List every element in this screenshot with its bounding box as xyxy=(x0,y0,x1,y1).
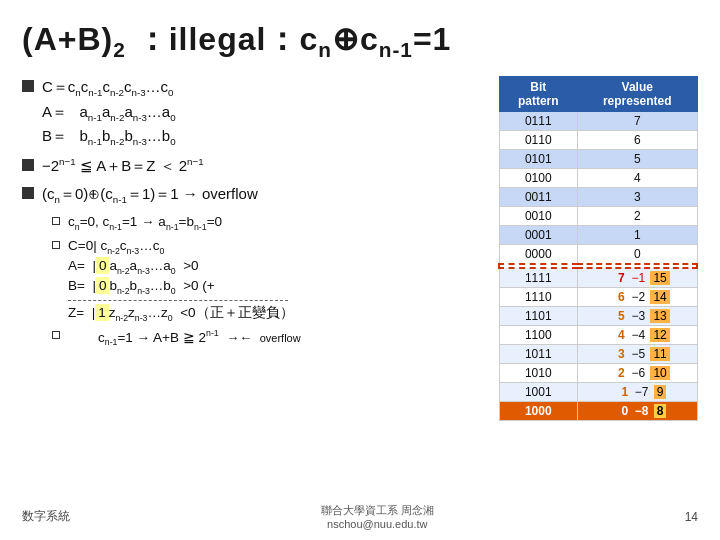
table-row: 0100 4 xyxy=(499,169,697,188)
bullet-icon-3 xyxy=(22,187,34,199)
sub-icon-2 xyxy=(52,241,60,249)
table-row: 1101 5 −3 13 xyxy=(499,307,697,326)
table-row: 0000 0 xyxy=(499,245,697,265)
table-row: 0110 6 xyxy=(499,131,697,150)
bit-cell: 1111 xyxy=(499,268,578,288)
sub-icon-3 xyxy=(52,331,60,339)
value-cell: 7 xyxy=(578,112,698,131)
sub-text-2: C=0| cn-2cn-3…c0 A= |0an-2an-3…a0 >0 B= … xyxy=(68,237,294,324)
table-row-last: 1000 0 −8 8 xyxy=(499,402,697,421)
table-row: 1011 3 −5 11 xyxy=(499,345,697,364)
bit-cell: 0001 xyxy=(499,226,578,245)
value-cell: 3 −5 11 xyxy=(578,345,698,364)
value-cell: 6 −2 14 xyxy=(578,288,698,307)
slide-title: (A+B)2 ：illegal：cn⊕cn-1=1 xyxy=(22,18,698,62)
footer: 数字系統 聯合大學資工系 周念湘 nschou@nuu.edu.tw 14 xyxy=(22,503,698,530)
value-cell: 7 −1 15 xyxy=(578,268,698,288)
table-row: 1110 6 −2 14 xyxy=(499,288,697,307)
value-cell: 1 xyxy=(578,226,698,245)
value-cell: 2 −6 10 xyxy=(578,364,698,383)
sub-item-2: C=0| cn-2cn-3…c0 A= |0an-2an-3…a0 >0 B= … xyxy=(52,237,486,324)
table-row: 0001 1 xyxy=(499,226,697,245)
sub-text-1: cn=0, cn-1=1 → an-1=bn-1=0 xyxy=(68,213,222,233)
bit-cell: 0101 xyxy=(499,150,578,169)
bit-cell: 0110 xyxy=(499,131,578,150)
sub-item-3: cn-1=1 → A+B ≧ 2n-1 →← overflow xyxy=(52,327,486,348)
bit-cell: 0100 xyxy=(499,169,578,188)
sub-item-1: cn=0, cn-1=1 → an-1=bn-1=0 xyxy=(52,213,486,233)
value-cell: 1 −7 9 xyxy=(578,383,698,402)
value-cell: 0 −8 8 xyxy=(578,402,698,421)
table-row: 0111 7 xyxy=(499,112,697,131)
bullet-icon-1 xyxy=(22,80,34,92)
bullet-text-1: C＝cncn-1cn-2cn-3…c0 A＝ an-1an-2an-3…a0 B… xyxy=(42,76,176,148)
bit-cell: 1010 xyxy=(499,364,578,383)
bit-cell: 1000 xyxy=(499,402,578,421)
bit-cell: 1001 xyxy=(499,383,578,402)
value-cell: 6 xyxy=(578,131,698,150)
bullet-icon-2 xyxy=(22,159,34,171)
value-cell: 5 −3 13 xyxy=(578,307,698,326)
slide: (A+B)2 ：illegal：cn⊕cn-1=1 C＝cncn-1cn-2cn… xyxy=(0,0,720,540)
table-row: 1111 7 −1 15 xyxy=(499,268,697,288)
bit-table-container: Bitpattern Valuerepresented 0111 7 0110 … xyxy=(498,76,698,421)
bit-cell: 0111 xyxy=(499,112,578,131)
table-header-bits: Bitpattern xyxy=(499,77,578,112)
value-cell: 0 xyxy=(578,245,698,265)
table-row: 0011 3 xyxy=(499,188,697,207)
footer-center: 聯合大學資工系 周念湘 nschou@nuu.edu.tw xyxy=(321,503,434,530)
table-row: 1100 4 −4 12 xyxy=(499,326,697,345)
bit-cell: 1100 xyxy=(499,326,578,345)
table-row: 0010 2 xyxy=(499,207,697,226)
bullet-3: (cn＝0)⊕(cn-1＝1)＝1 → overflow xyxy=(22,183,486,207)
bullet-text-2: −2n−1 ≦ A＋B＝Z ＜ 2n−1 xyxy=(42,155,204,177)
sub-icon-1 xyxy=(52,217,60,225)
content-area: C＝cncn-1cn-2cn-3…c0 A＝ an-1an-2an-3…a0 B… xyxy=(22,76,698,421)
bit-cell: 1110 xyxy=(499,288,578,307)
footer-center-line1: 聯合大學資工系 周念湘 xyxy=(321,504,434,516)
bit-cell: 0000 xyxy=(499,245,578,265)
table-row: 1001 1 −7 9 xyxy=(499,383,697,402)
value-cell: 3 xyxy=(578,188,698,207)
sub-text-3: cn-1=1 → A+B ≧ 2n-1 →← overflow xyxy=(68,327,301,348)
value-cell: 4 −4 12 xyxy=(578,326,698,345)
footer-center-line2: nschou@nuu.edu.tw xyxy=(327,518,427,530)
table-row: 0101 5 xyxy=(499,150,697,169)
value-cell: 5 xyxy=(578,150,698,169)
bit-cell: 1011 xyxy=(499,345,578,364)
value-cell: 2 xyxy=(578,207,698,226)
footer-page-number: 14 xyxy=(685,510,698,524)
bit-cell: 1101 xyxy=(499,307,578,326)
footer-left: 数字系統 xyxy=(22,508,70,525)
sub-bullets: cn=0, cn-1=1 → an-1=bn-1=0 C=0| cn-2cn-3… xyxy=(52,213,486,349)
bullet-text-3: (cn＝0)⊕(cn-1＝1)＝1 → overflow xyxy=(42,183,258,207)
value-cell: 4 xyxy=(578,169,698,188)
bit-cell: 0011 xyxy=(499,188,578,207)
table-header-value: Valuerepresented xyxy=(578,77,698,112)
bit-pattern-table: Bitpattern Valuerepresented 0111 7 0110 … xyxy=(498,76,698,421)
bullet-2: −2n−1 ≦ A＋B＝Z ＜ 2n−1 xyxy=(22,155,486,177)
main-content: C＝cncn-1cn-2cn-3…c0 A＝ an-1an-2an-3…a0 B… xyxy=(22,76,486,421)
bit-cell: 0010 xyxy=(499,207,578,226)
bullet-1: C＝cncn-1cn-2cn-3…c0 A＝ an-1an-2an-3…a0 B… xyxy=(22,76,486,148)
table-row: 1010 2 −6 10 xyxy=(499,364,697,383)
